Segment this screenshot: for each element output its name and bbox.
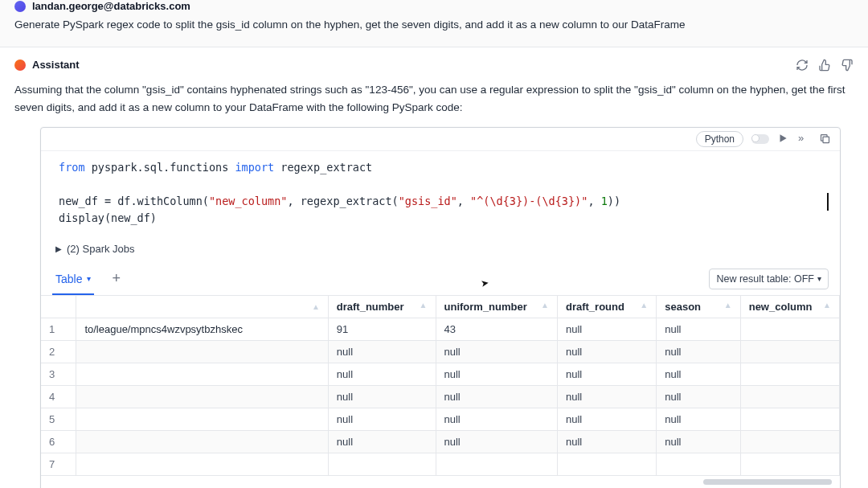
cell-draft-round xyxy=(557,453,656,475)
chevron-down-icon: ▾ xyxy=(87,274,91,283)
cell-path xyxy=(76,385,328,408)
svg-rect-0 xyxy=(823,137,829,143)
assistant-avatar xyxy=(14,59,26,71)
cell-new-column xyxy=(740,340,839,363)
cell-toolbar: Python » xyxy=(41,128,840,151)
cell-season: null xyxy=(657,318,740,340)
run-icon[interactable] xyxy=(777,133,790,146)
row-number: 7 xyxy=(41,453,76,475)
cell-new-column xyxy=(740,430,839,453)
col-rownum[interactable] xyxy=(41,296,76,318)
spark-jobs-label: (2) Spark Jobs xyxy=(67,243,135,255)
user-prompt-text: Generate PySpark regex code to split the… xyxy=(14,17,854,34)
sort-icon: ▲ xyxy=(724,301,732,310)
col-path[interactable]: ▲ xyxy=(76,296,328,318)
cell-uniform-number: null xyxy=(436,363,557,385)
col-uniform-number[interactable]: uniform_number▲ xyxy=(436,296,557,318)
col-draft-number[interactable]: draft_number▲ xyxy=(328,296,436,318)
expand-icon[interactable]: » xyxy=(798,133,811,146)
table-row[interactable]: 6nullnullnullnull xyxy=(41,430,840,453)
row-number: 6 xyxy=(41,430,76,453)
cell-draft-round: null xyxy=(557,430,656,453)
table-row[interactable]: 7 xyxy=(41,453,840,475)
cell-draft-round: null xyxy=(557,363,656,385)
horizontal-scrollbar[interactable] xyxy=(703,479,832,485)
cell-new-column xyxy=(740,363,839,385)
col-season[interactable]: season▲ xyxy=(657,296,740,318)
cell-uniform-number: 43 xyxy=(436,318,557,340)
col-new-column[interactable]: new_column▲ xyxy=(740,296,839,318)
tab-table[interactable]: Table ▾ xyxy=(52,263,94,295)
row-number: 5 xyxy=(41,408,76,430)
expand-triangle-icon: ▶ xyxy=(55,244,62,253)
cell-uniform-number xyxy=(436,453,557,475)
thumbs-down-icon[interactable] xyxy=(841,59,854,72)
cell-uniform-number: null xyxy=(436,408,557,430)
language-label: Python xyxy=(705,133,735,145)
row-number: 4 xyxy=(41,385,76,408)
code-cursor xyxy=(827,193,829,211)
cell-path xyxy=(76,340,328,363)
sort-icon: ▲ xyxy=(640,301,648,310)
code-editor[interactable]: from pyspark.sql.functions import regexp… xyxy=(41,151,840,235)
thumbs-up-icon[interactable] xyxy=(818,59,831,72)
chevron-down-icon: ▾ xyxy=(817,274,821,283)
regenerate-icon[interactable] xyxy=(796,59,809,72)
user-message: landan.george@databricks.com Generate Py… xyxy=(0,0,868,47)
assistant-response-text: Assuming that the column "gsis_id" conta… xyxy=(14,81,854,116)
sort-icon: ▲ xyxy=(420,301,428,310)
table-row[interactable]: 2nullnullnullnull xyxy=(41,340,840,363)
cell-path xyxy=(76,453,328,475)
cell-season: null xyxy=(657,363,740,385)
cell-path xyxy=(76,408,328,430)
sort-icon: ▲ xyxy=(541,301,549,310)
cell-toggle[interactable] xyxy=(751,134,769,144)
cell-draft-round: null xyxy=(557,385,656,408)
row-number: 2 xyxy=(41,340,76,363)
notebook-cell: Python » from pyspark.sql.functions impo… xyxy=(40,127,841,488)
cell-path xyxy=(76,430,328,453)
cell-draft-round: null xyxy=(557,340,656,363)
cell-draft-number: null xyxy=(328,363,436,385)
table-header-row: ▲ draft_number▲ uniform_number▲ draft_ro… xyxy=(41,296,840,318)
table-row[interactable]: 4nullnullnullnull xyxy=(41,385,840,408)
cell-uniform-number: null xyxy=(436,385,557,408)
cell-draft-number: null xyxy=(328,408,436,430)
tab-table-label: Table xyxy=(55,273,82,285)
language-pill[interactable]: Python xyxy=(696,131,743,147)
copy-icon[interactable] xyxy=(819,133,832,146)
assistant-message: Assistant Assuming that the column "gsis… xyxy=(0,47,868,488)
cell-draft-number xyxy=(328,453,436,475)
cell-new-column xyxy=(740,318,839,340)
cell-new-column xyxy=(740,408,839,430)
cell-season: null xyxy=(657,408,740,430)
user-email: landan.george@databricks.com xyxy=(32,0,190,12)
cell-new-column xyxy=(740,453,839,475)
cell-uniform-number: null xyxy=(436,340,557,363)
cell-uniform-number: null xyxy=(436,430,557,453)
add-tab-button[interactable]: + xyxy=(108,270,124,287)
cell-draft-number: 91 xyxy=(328,318,436,340)
row-number: 3 xyxy=(41,363,76,385)
cell-path: to/league/mpncs4wzvpsytbzhskec xyxy=(76,318,328,340)
cell-draft-round: null xyxy=(557,318,656,340)
cell-new-column xyxy=(740,385,839,408)
col-draft-round[interactable]: draft_round▲ xyxy=(557,296,656,318)
cell-draft-round: null xyxy=(557,408,656,430)
table-row[interactable]: 1to/league/mpncs4wzvpsytbzhskec9143nulln… xyxy=(41,318,840,340)
result-table-toggle[interactable]: New result table: OFF ▾ xyxy=(709,269,829,289)
result-footer: 7,127 rows | Truncated data | 33.59 seco… xyxy=(41,485,840,488)
sort-icon: ▲ xyxy=(312,302,320,311)
table-row[interactable]: 3nullnullnullnull xyxy=(41,363,840,385)
table-row[interactable]: 5nullnullnullnull xyxy=(41,408,840,430)
cell-path xyxy=(76,363,328,385)
cell-draft-number: null xyxy=(328,340,436,363)
row-number: 1 xyxy=(41,318,76,340)
cell-draft-number: null xyxy=(328,430,436,453)
cell-season: null xyxy=(657,385,740,408)
cell-draft-number: null xyxy=(328,385,436,408)
user-avatar xyxy=(14,1,26,12)
result-toggle-label: New result table: OFF xyxy=(716,273,814,285)
result-table: ▲ draft_number▲ uniform_number▲ draft_ro… xyxy=(41,296,840,476)
spark-jobs-row[interactable]: ▶ (2) Spark Jobs xyxy=(41,235,840,263)
